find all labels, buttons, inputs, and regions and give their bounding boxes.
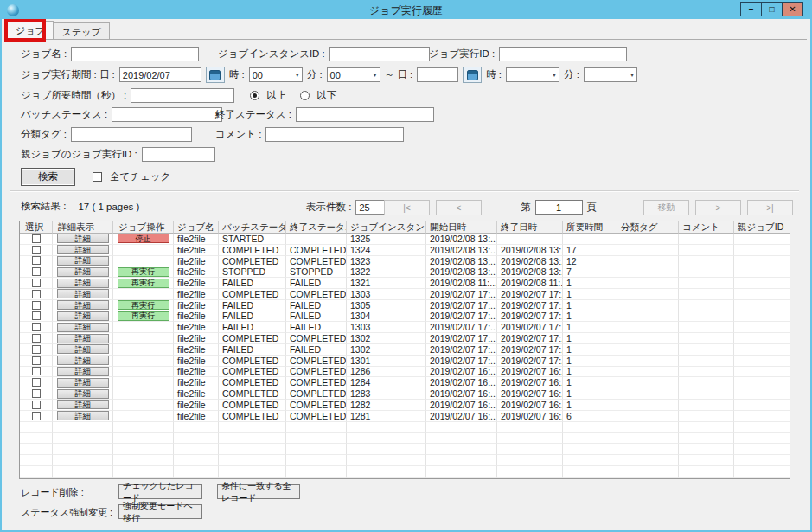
column-header[interactable]: 詳細表示 (53, 221, 113, 234)
from-calendar-button[interactable] (206, 67, 225, 83)
row-checkbox[interactable] (32, 290, 41, 298)
page-number-input[interactable] (535, 200, 583, 215)
detail-button[interactable]: 詳細 (57, 344, 109, 354)
column-header[interactable]: 開始日時 (426, 221, 497, 234)
parent-job-exec-input[interactable] (142, 147, 215, 162)
comment-cell (679, 422, 734, 433)
row-checkbox[interactable] (32, 334, 41, 343)
batch-status-cell: COMPLETED (219, 289, 286, 300)
delete-all-matching-button[interactable]: 条件に一致する全レコード (217, 484, 300, 499)
row-checkbox[interactable] (32, 323, 41, 331)
column-header[interactable]: ジョブインスタンスID (347, 221, 426, 234)
row-checkbox[interactable] (32, 345, 41, 354)
column-header[interactable]: 終了日時 (497, 221, 563, 234)
row-checkbox[interactable] (32, 367, 41, 375)
close-button[interactable]: ✕ (782, 2, 803, 16)
detail-button[interactable]: 詳細 (57, 389, 109, 399)
from-date-input[interactable] (119, 67, 201, 82)
maximize-button[interactable]: □ (761, 2, 783, 16)
row-checkbox[interactable] (32, 389, 41, 398)
detail-button[interactable]: 詳細 (57, 300, 109, 310)
row-checkbox[interactable] (32, 246, 41, 254)
rerun-button[interactable]: 再実行 (118, 279, 169, 288)
exit-status-cell (286, 422, 347, 433)
detail-button[interactable]: 詳細 (57, 289, 109, 298)
column-header[interactable]: 分類タグ (617, 221, 679, 234)
column-header[interactable]: 所要時間 (563, 221, 617, 234)
move-page-button[interactable]: 移動 (643, 200, 689, 215)
first-page-button[interactable]: |< (384, 200, 430, 215)
prev-page-button[interactable]: < (436, 200, 482, 215)
tag-input[interactable] (71, 127, 192, 142)
row-checkbox[interactable] (32, 256, 41, 265)
next-page-button[interactable]: > (695, 200, 741, 215)
job-instance-id-input[interactable] (329, 47, 430, 61)
detail-button[interactable]: 詳細 (57, 356, 109, 365)
delete-checked-button[interactable]: チェックしたレコード (118, 484, 202, 499)
search-button[interactable]: 検索 (21, 168, 75, 186)
force-change-mode-button[interactable]: 強制変更モードへ移行 (118, 504, 202, 519)
duration-input[interactable] (131, 88, 234, 103)
row-checkbox[interactable] (32, 234, 41, 243)
column-header[interactable]: 終了ステータス (286, 221, 347, 234)
detail-button[interactable]: 詳細 (57, 411, 109, 420)
detail-button[interactable]: 詳細 (57, 334, 109, 343)
detail-button[interactable]: 詳細 (57, 378, 109, 388)
job-name-input[interactable] (71, 47, 199, 61)
row-checkbox[interactable] (32, 401, 41, 409)
comment-input[interactable] (265, 127, 404, 142)
comment-cell (679, 344, 734, 356)
parent-id-cell (734, 322, 790, 333)
row-checkbox[interactable] (32, 301, 41, 310)
scroll-right-icon[interactable]: ▶ (777, 478, 790, 479)
to-minute-select[interactable]: ▾ (584, 67, 637, 82)
from-minute-select[interactable]: 00▾ (327, 67, 380, 82)
column-header[interactable]: ジョブ名 (174, 221, 219, 234)
instance-id-cell: 1286 (347, 367, 426, 378)
from-hour-select[interactable]: 00▾ (249, 67, 303, 82)
detail-button[interactable]: 詳細 (57, 279, 109, 288)
detail-button[interactable]: 詳細 (57, 267, 109, 277)
to-date-input[interactable] (417, 67, 458, 82)
rerun-button[interactable]: 再実行 (118, 311, 169, 321)
scroll-left-icon[interactable]: ◀ (20, 478, 32, 479)
minimize-button[interactable]: – (740, 2, 762, 16)
exit-status-cell: COMPLETED (286, 356, 347, 367)
last-page-button[interactable]: >| (747, 200, 793, 215)
detail-button[interactable]: 詳細 (57, 367, 109, 376)
detail-button[interactable]: 詳細 (57, 400, 109, 409)
row-checkbox[interactable] (32, 311, 41, 320)
tag-label: 分類タグ : (21, 128, 67, 141)
row-checkbox[interactable] (32, 279, 41, 287)
detail-button[interactable]: 詳細 (57, 323, 109, 332)
column-header[interactable]: 親ジョブID (734, 221, 790, 234)
job-execution-id-input[interactable] (499, 47, 627, 61)
check-all-checkbox[interactable] (93, 172, 102, 182)
column-header[interactable]: 選択 (20, 221, 53, 234)
rerun-button[interactable]: 再実行 (118, 267, 169, 277)
exit-status-input[interactable] (296, 107, 434, 122)
force-status-label: ステータス強制変更 : (21, 506, 112, 519)
column-header[interactable]: ジョブ操作 (113, 221, 174, 234)
row-checkbox[interactable] (32, 412, 41, 420)
stop-button[interactable]: 停止 (118, 234, 169, 243)
row-checkbox[interactable] (32, 267, 41, 276)
rerun-button[interactable]: 再実行 (118, 300, 169, 310)
start-time-cell: 2019/02/08 13:... (426, 256, 497, 267)
column-header[interactable]: バッチステータス (219, 221, 286, 234)
detail-button[interactable]: 詳細 (57, 234, 109, 243)
detail-button[interactable]: 詳細 (57, 311, 109, 321)
row-checkbox[interactable] (32, 378, 41, 387)
detail-button[interactable]: 詳細 (57, 256, 109, 266)
column-header[interactable]: コメント (679, 221, 734, 234)
scrollbar-thumb[interactable] (33, 478, 80, 479)
radio-less-equal[interactable] (300, 91, 310, 100)
radio-greater-equal[interactable] (250, 91, 259, 100)
detail-button[interactable]: 詳細 (57, 245, 109, 254)
to-calendar-button[interactable] (463, 67, 482, 83)
to-hour-select[interactable]: ▾ (506, 67, 559, 82)
tab-step[interactable]: ステップ (54, 22, 110, 39)
row-checkbox[interactable] (32, 356, 41, 365)
parent-id-cell (734, 455, 790, 466)
batch-status-select[interactable]: ▾ (112, 107, 222, 122)
